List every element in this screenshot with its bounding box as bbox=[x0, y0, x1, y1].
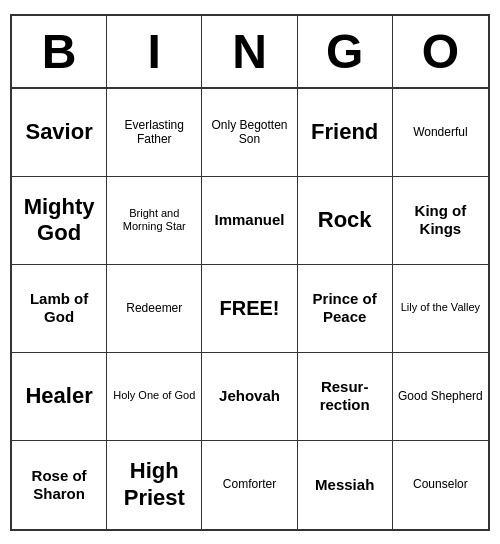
bingo-card: BINGO SaviorEverlasting FatherOnly Begot… bbox=[10, 14, 490, 531]
cell-text-24: Counselor bbox=[413, 477, 468, 491]
cell-text-19: Good Shepherd bbox=[398, 389, 483, 403]
bingo-letter-g: G bbox=[298, 16, 393, 87]
bingo-letter-b: B bbox=[12, 16, 107, 87]
bingo-cell-5: Mighty God bbox=[12, 177, 107, 265]
cell-text-7: Immanuel bbox=[214, 211, 284, 229]
cell-text-2: Only Begotten Son bbox=[206, 118, 292, 147]
bingo-cell-4: Wonderful bbox=[393, 89, 488, 177]
cell-text-8: Rock bbox=[318, 207, 372, 233]
bingo-cell-11: Redeemer bbox=[107, 265, 202, 353]
cell-text-14: Lily of the Valley bbox=[401, 301, 480, 314]
bingo-cell-6: Bright and Morning Star bbox=[107, 177, 202, 265]
cell-text-4: Wonderful bbox=[413, 125, 467, 139]
bingo-letter-n: N bbox=[202, 16, 297, 87]
bingo-header: BINGO bbox=[12, 16, 488, 89]
cell-text-21: High Priest bbox=[111, 458, 197, 511]
bingo-cell-3: Friend bbox=[298, 89, 393, 177]
bingo-cell-10: Lamb of God bbox=[12, 265, 107, 353]
bingo-letter-o: O bbox=[393, 16, 488, 87]
cell-text-16: Holy One of God bbox=[113, 389, 195, 402]
bingo-cell-9: King of Kings bbox=[393, 177, 488, 265]
bingo-cell-12: FREE! bbox=[202, 265, 297, 353]
cell-text-3: Friend bbox=[311, 119, 378, 145]
bingo-cell-18: Resur-rection bbox=[298, 353, 393, 441]
cell-text-18: Resur-rection bbox=[302, 378, 388, 414]
bingo-cell-14: Lily of the Valley bbox=[393, 265, 488, 353]
cell-text-11: Redeemer bbox=[126, 301, 182, 315]
bingo-cell-24: Counselor bbox=[393, 441, 488, 529]
bingo-letter-i: I bbox=[107, 16, 202, 87]
cell-text-1: Everlasting Father bbox=[111, 118, 197, 147]
cell-text-22: Comforter bbox=[223, 477, 276, 491]
cell-text-13: Prince of Peace bbox=[302, 290, 388, 326]
cell-text-10: Lamb of God bbox=[16, 290, 102, 326]
cell-text-0: Savior bbox=[25, 119, 92, 145]
bingo-cell-16: Holy One of God bbox=[107, 353, 202, 441]
bingo-cell-23: Messiah bbox=[298, 441, 393, 529]
cell-text-6: Bright and Morning Star bbox=[111, 207, 197, 233]
bingo-cell-8: Rock bbox=[298, 177, 393, 265]
cell-text-9: King of Kings bbox=[397, 202, 484, 238]
bingo-cell-19: Good Shepherd bbox=[393, 353, 488, 441]
bingo-cell-17: Jehovah bbox=[202, 353, 297, 441]
cell-text-5: Mighty God bbox=[16, 194, 102, 247]
cell-text-12: FREE! bbox=[219, 296, 279, 320]
bingo-cell-21: High Priest bbox=[107, 441, 202, 529]
bingo-grid: SaviorEverlasting FatherOnly Begotten So… bbox=[12, 89, 488, 529]
cell-text-17: Jehovah bbox=[219, 387, 280, 405]
cell-text-15: Healer bbox=[25, 383, 92, 409]
bingo-cell-1: Everlasting Father bbox=[107, 89, 202, 177]
bingo-cell-7: Immanuel bbox=[202, 177, 297, 265]
bingo-cell-20: Rose of Sharon bbox=[12, 441, 107, 529]
bingo-cell-15: Healer bbox=[12, 353, 107, 441]
cell-text-20: Rose of Sharon bbox=[16, 467, 102, 503]
bingo-cell-0: Savior bbox=[12, 89, 107, 177]
bingo-cell-2: Only Begotten Son bbox=[202, 89, 297, 177]
bingo-cell-22: Comforter bbox=[202, 441, 297, 529]
bingo-cell-13: Prince of Peace bbox=[298, 265, 393, 353]
cell-text-23: Messiah bbox=[315, 476, 374, 494]
